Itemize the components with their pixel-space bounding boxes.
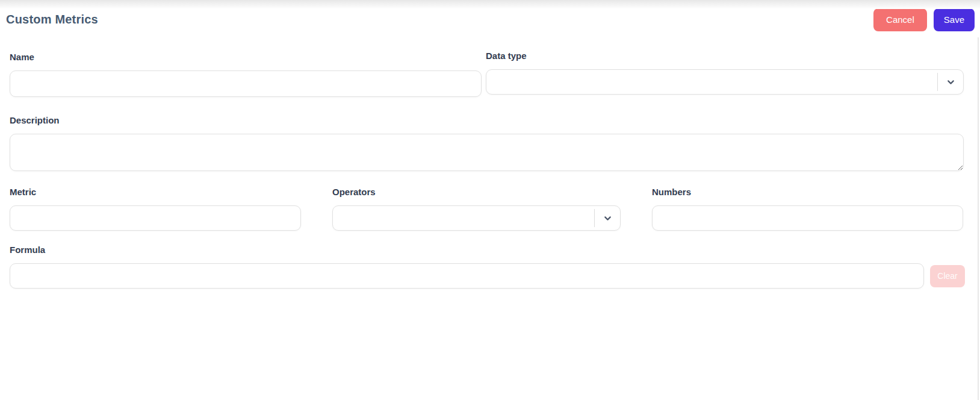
name-input[interactable] <box>10 70 482 97</box>
metric-label: Metric <box>10 187 301 197</box>
chevron-down-icon <box>946 77 956 87</box>
formula-field-group: Formula Clear <box>10 245 965 289</box>
description-textarea[interactable] <box>10 134 964 171</box>
select-separator <box>594 209 595 227</box>
description-label: Description <box>10 115 964 125</box>
datatype-select-value[interactable] <box>486 69 964 95</box>
operators-select-value[interactable] <box>332 205 621 231</box>
numbers-label: Numbers <box>652 187 963 197</box>
operators-label: Operators <box>332 187 621 197</box>
header-bar: Custom Metrics Cancel Save <box>0 0 980 31</box>
operators-select[interactable] <box>332 205 621 231</box>
name-label: Name <box>10 52 482 62</box>
row-metric-operators-numbers: Metric Operators Numbers <box>10 187 964 231</box>
formula-input[interactable] <box>10 263 924 289</box>
cancel-button[interactable]: Cancel <box>873 8 927 31</box>
save-button[interactable]: Save <box>934 8 975 31</box>
right-edge-divider <box>978 37 979 400</box>
description-field-group: Description <box>10 115 964 171</box>
formula-label: Formula <box>10 245 965 255</box>
operators-select-chevron-zone[interactable] <box>594 205 621 231</box>
row-name-datatype: Name Data type <box>10 52 964 97</box>
name-field-group: Name <box>10 52 482 97</box>
operators-field-group: Operators <box>332 187 621 231</box>
chevron-down-icon <box>603 213 613 223</box>
header-actions: Cancel Save <box>873 8 975 31</box>
page-title: Custom Metrics <box>6 13 98 27</box>
numbers-field-group: Numbers <box>652 187 963 231</box>
datatype-select-chevron-zone[interactable] <box>937 69 964 95</box>
datatype-label: Data type <box>486 51 964 61</box>
datatype-field-group: Data type <box>486 51 964 97</box>
clear-button[interactable]: Clear <box>930 265 965 287</box>
select-separator <box>937 73 938 91</box>
metric-input[interactable] <box>10 205 301 231</box>
numbers-input[interactable] <box>652 205 963 231</box>
metric-field-group: Metric <box>10 187 301 231</box>
formula-line: Clear <box>10 263 965 289</box>
datatype-select[interactable] <box>486 69 964 95</box>
